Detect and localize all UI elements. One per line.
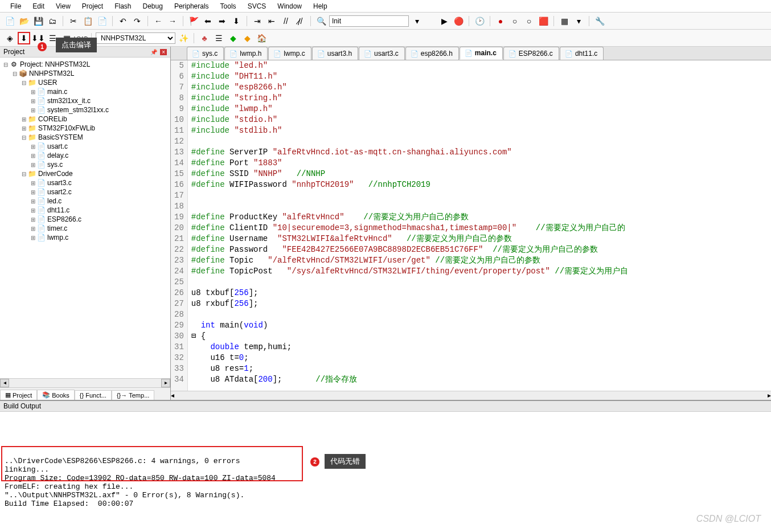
pack-icon[interactable]: ◆ [227,32,239,44]
menu-tools[interactable]: Tools [215,1,242,11]
tree-node[interactable]: ⊞📄usart.c [1,142,169,151]
menu-view[interactable]: View [50,1,76,11]
menu-window[interactable]: Window [272,1,307,11]
tree-node[interactable]: ⊞📄delay.c [1,151,169,160]
code-text[interactable]: #include "led.h"#include "DHT11.h"#inclu… [188,60,631,391]
rte-icon[interactable]: ◆ [241,32,253,44]
menu-project[interactable]: Project [76,1,109,11]
translate-icon[interactable]: ◈ [3,32,16,44]
bookmark-prev-icon[interactable]: ⬅ [202,15,214,27]
file-tab[interactable]: 📄esp8266.h [405,47,459,60]
tree-node[interactable]: ⊞📄main.c [1,87,169,96]
tree-node[interactable]: ⊞📄sys.c [1,160,169,169]
menu-edit[interactable]: Edit [27,1,50,11]
tree-node[interactable]: ⊞📄dht11.c [1,206,169,215]
build-icon[interactable]: ⬇ [18,32,30,44]
code-view[interactable]: 5678910111213141516171819202122232425262… [171,60,771,391]
stop-icon[interactable]: 🟥 [537,15,549,27]
file-tab[interactable]: 📄ESP8266.c [503,47,559,60]
annotation-badge-1: 1 [38,42,47,51]
analyzer-icon[interactable]: 🕑 [473,15,486,27]
dropdown-icon[interactable]: ▾ [572,15,585,27]
save-all-icon[interactable]: 🗂 [46,15,59,27]
editor-hscroll[interactable]: ◂ ▸ [171,391,771,400]
build-output-text[interactable]: 2 代码无错 ..\DriverCode\ESP8266\ESP8266.c: … [0,412,771,492]
file-tab[interactable]: 📄usart3.h [312,47,358,60]
build-toolbar: ◈ ⬇ ⬇⬇ ☰ ▦ LOAD NNHPSTM32L ✨ ♣ ☰ ◆ ◆ 🏠 1… [0,30,771,47]
bookmark-clear-icon[interactable]: ⬇ [230,15,243,27]
tree-node[interactable]: ⊞📄ESP8266.c [1,215,169,224]
find-dropdown-icon[interactable]: ▾ [411,15,423,27]
debug-start-icon[interactable]: ▶ [438,15,450,27]
undo-icon[interactable]: ↶ [117,15,129,27]
file-tab[interactable]: 📄main.c [460,47,503,60]
panel-tab-books[interactable]: 📚Books [37,390,75,400]
window-icon[interactable]: ▦ [558,15,571,27]
cut-icon[interactable]: ✂ [67,15,80,27]
circle2-icon[interactable]: ○ [523,15,535,27]
tree-node[interactable]: ⊞📄led.c [1,197,169,206]
books-icon[interactable]: ☰ [212,32,225,44]
menu-file[interactable]: File [5,1,27,11]
new-file-icon[interactable]: 📄 [3,15,16,27]
menu-debug[interactable]: Debug [137,1,169,11]
open-file-icon[interactable]: 📂 [18,15,30,27]
breakpoint-icon[interactable]: 🔴 [452,15,465,27]
uncomment-icon[interactable]: /̷/ [294,15,306,27]
annotation-badge-2: 2 [310,457,319,466]
tree-node[interactable]: ⊞📄timer.c [1,224,169,233]
file-tab[interactable]: 📄usart3.c [359,47,405,60]
menu-svcs[interactable]: SVCS [242,1,272,11]
options-icon[interactable]: ✨ [177,32,190,44]
git-icon[interactable]: 🏠 [255,32,268,44]
tree-node[interactable]: ⊟⚙Project: NNHPSTM32L [1,60,169,69]
bookmark-next-icon[interactable]: ➡ [216,15,228,27]
tree-node[interactable]: ⊟📁DriverCode [1,169,169,178]
menu-peripherals[interactable]: Peripherals [169,1,215,11]
find-input[interactable] [329,15,409,27]
target-select[interactable]: NNHPSTM32L [96,32,175,44]
tree-node[interactable]: ⊟📁USER [1,78,169,87]
tree-node[interactable]: ⊞📄usart2.c [1,187,169,197]
menu-help[interactable]: Help [307,1,333,11]
outdent-icon[interactable]: ⇤ [265,15,278,27]
project-hscroll[interactable]: ◂ ▸ [0,378,170,387]
copy-icon[interactable]: 📋 [81,15,94,27]
redo-icon[interactable]: ↷ [131,15,143,27]
file-tab[interactable]: 📄dht11.c [560,47,604,60]
manage-icon[interactable]: ♣ [198,32,211,44]
panel-tab-project[interactable]: ▦Project [0,390,37,400]
bookmark-icon[interactable]: 🚩 [187,15,200,27]
tree-node[interactable]: ⊞📁CORELib [1,114,169,124]
circle1-icon[interactable]: ○ [508,15,521,27]
file-tab[interactable]: 📄sys.c [187,47,224,60]
tree-node[interactable]: ⊞📄lwmp.c [1,233,169,242]
menu-bar: FileEditViewProjectFlashDebugPeripherals… [0,0,771,13]
nav-fwd-icon[interactable]: → [166,15,179,27]
find-icon[interactable]: 🔍 [315,15,327,27]
record-icon[interactable]: ● [494,15,507,27]
tree-node[interactable]: ⊞📄system_stm32l1xx.c [1,105,169,114]
file-tab[interactable]: 📄lwmp.h [224,47,268,60]
panel-tab-temp...[interactable]: {}→Temp... [112,390,154,400]
indent-icon[interactable]: ⇥ [251,15,264,27]
tree-node[interactable]: ⊞📄stm32l1xx_it.c [1,96,169,105]
scroll-right-icon[interactable]: ▸ [768,391,771,400]
comment-icon[interactable]: // [280,15,292,27]
tree-node[interactable]: ⊞📁STM32F10xFWLib [1,124,169,133]
tree-node[interactable]: ⊟📁BasicSYSTEM [1,133,169,142]
tree-node[interactable]: ⊟📦NNHPSTM32L [1,69,169,78]
panel-tab-funct...[interactable]: {}Funct... [75,390,112,400]
project-tree[interactable]: ⊟⚙Project: NNHPSTM32L⊟📦NNHPSTM32L⊟📁USER⊞… [0,58,170,378]
tree-node[interactable]: ⊞📄usart3.c [1,178,169,187]
nav-back-icon[interactable]: ← [152,15,165,27]
wrench-icon[interactable]: 🔧 [593,15,606,27]
file-tab[interactable]: 📄lwmp.c [268,47,311,60]
save-icon[interactable]: 💾 [32,15,44,27]
paste-icon[interactable]: 📄 [96,15,108,27]
menu-flash[interactable]: Flash [109,1,137,11]
scroll-left-icon[interactable]: ◂ [0,379,9,387]
scroll-right-icon[interactable]: ▸ [161,379,170,387]
close-panel-icon[interactable]: × [160,49,167,55]
pin-icon[interactable]: 📌 [150,49,157,55]
